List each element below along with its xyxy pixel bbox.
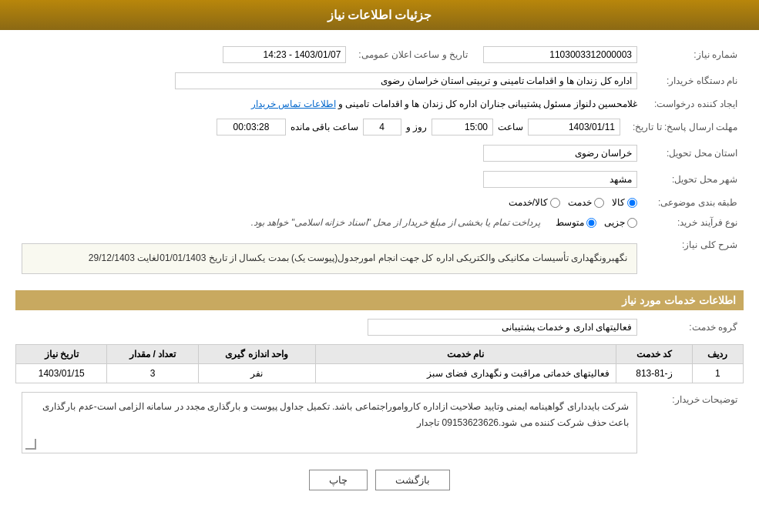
creator-link[interactable]: اطلاعات تماس خریدار: [251, 99, 336, 109]
cell-unit: نفر: [198, 363, 315, 383]
col-unit: واحد اندازه گیری: [198, 344, 315, 363]
category-khadmat[interactable]: خدمت: [568, 197, 604, 208]
back-button[interactable]: بازگشت: [375, 470, 450, 490]
deadline-label: مهلت ارسال پاسخ: تا تاریخ:: [626, 116, 744, 138]
col-date: تاریخ نیاز: [16, 344, 107, 363]
city-value: مشهد: [483, 171, 637, 188]
button-row: بازگشت چاپ: [15, 460, 744, 500]
page-title: جزئیات اطلاعات نیاز: [327, 8, 432, 22]
deadline-days: 4: [363, 119, 401, 136]
process-jozii[interactable]: جزیی: [604, 217, 637, 228]
table-row: 1 ز-81-813 فعالیتهای خدماتی مراقبت و نگه…: [16, 363, 744, 383]
description-value: نگهبرونگهداری تأسیسات مکانیکی والکتریکی …: [22, 243, 637, 274]
col-code: کد خدمت: [616, 344, 692, 363]
creator-label: ایجاد کننده درخواست:: [643, 96, 744, 112]
service-group-label: گروه خدمت:: [643, 316, 744, 338]
page-header: جزئیات اطلاعات نیاز: [0, 0, 759, 30]
services-table: ردیف کد خدمت نام خدمت واحد اندازه گیری ت…: [15, 344, 744, 383]
city-label: شهر محل تحویل:: [643, 169, 744, 190]
services-section-title: اطلاعات خدمات مورد نیاز: [15, 290, 744, 310]
deadline-time-label: ساعت: [498, 122, 523, 132]
col-name: نام خدمت: [315, 344, 616, 363]
cell-code: ز-81-813: [616, 363, 692, 383]
category-both[interactable]: کالا/خدمت: [509, 197, 560, 208]
province-value: خراسان رضوی: [483, 145, 637, 162]
buyer-label: نام دستگاه خریدار:: [643, 70, 744, 92]
category-label: طبقه بندی موضوعی:: [643, 195, 744, 210]
deadline-days-label: روز و: [406, 122, 427, 132]
notes-label: توضیحات خریدار:: [643, 390, 744, 456]
col-count: تعداد / مقدار: [107, 344, 198, 363]
reference-number-label: شماره نیاز:: [643, 44, 744, 65]
process-note: پرداخت تمام یا بخشی از مبلغ خریدار از مح…: [251, 217, 540, 228]
date-value: 1403/01/07 - 14:23: [223, 46, 346, 63]
print-button[interactable]: چاپ: [309, 470, 368, 490]
cell-count: 3: [107, 363, 198, 383]
cell-name: فعالیتهای خدماتی مراقبت و نگهداری فضای س…: [315, 363, 616, 383]
description-label: شرح کلی نیاز:: [643, 235, 744, 283]
service-group-value: فعالیتهای اداری و خدمات پشتیبانی: [368, 319, 637, 336]
buyer-value: اداره کل زندان ها و اقدامات تامینی و ترب…: [175, 72, 637, 89]
province-label: استان محل تحویل:: [643, 142, 744, 164]
deadline-remaining-label: ساعت باقی مانده: [291, 122, 358, 132]
process-label: نوع فرآیند خرید:: [643, 215, 744, 230]
cell-date: 1403/01/15: [16, 363, 107, 383]
deadline-time: 15:00: [432, 119, 493, 136]
date-label: تاریخ و ساعت اعلان عمومی:: [352, 44, 474, 65]
category-kala[interactable]: کالا: [612, 197, 637, 208]
deadline-date: 1403/01/11: [528, 119, 620, 136]
notes-value: شرکت بایددارای گواهینامه ایمنی وتایید صل…: [22, 392, 637, 453]
cell-row: 1: [692, 363, 743, 383]
process-mottavaset[interactable]: متوسط: [556, 217, 596, 228]
deadline-remaining: 00:03:28: [217, 119, 286, 136]
col-row: ردیف: [692, 344, 743, 363]
creator-name: غلامحسین دلنواز مسئول پشتیبانی جناران اد…: [338, 99, 637, 109]
reference-number-value: 1103003312000003: [483, 46, 637, 63]
